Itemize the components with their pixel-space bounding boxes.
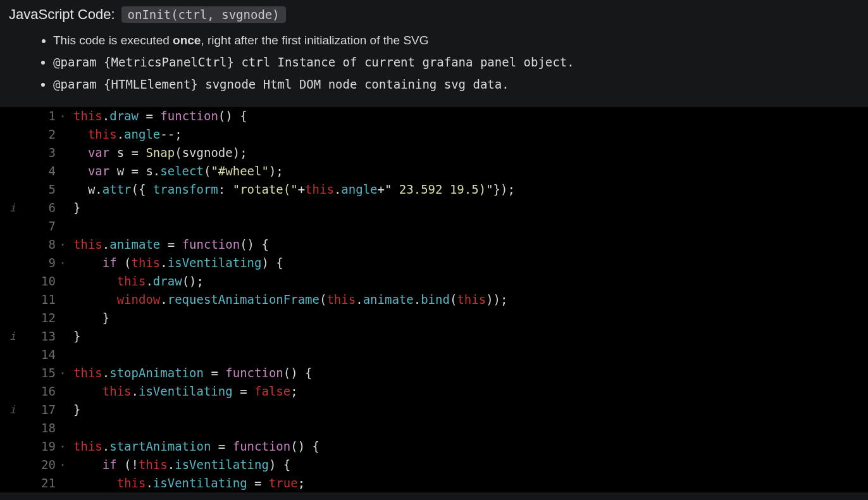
fold-gutter[interactable]: ▾▾▾▾▾▾: [61, 107, 70, 492]
section-title: JavaScript Code:: [9, 6, 115, 23]
code-editor[interactable]: iii 123456789101112131415161718192021 ▾▾…: [0, 107, 868, 492]
title-line: JavaScript Code: onInit(ctrl, svgnode): [9, 6, 859, 23]
description-item: @param {HTMLElement} svgnode Html DOM no…: [53, 74, 859, 94]
code-area[interactable]: this.draw = function() { this.angle--; v…: [70, 107, 868, 492]
editor-header: JavaScript Code: onInit(ctrl, svgnode) T…: [0, 0, 868, 107]
description-item: This code is executed once, right after …: [53, 30, 859, 51]
line-number-gutter: 123456789101112131415161718192021: [25, 107, 61, 492]
info-gutter: iii: [0, 107, 25, 492]
description-item: @param {MetricsPanelCtrl} ctrl Instance …: [53, 52, 859, 72]
description-list: This code is executed once, right after …: [9, 23, 859, 101]
function-signature: onInit(ctrl, svgnode): [121, 6, 286, 23]
